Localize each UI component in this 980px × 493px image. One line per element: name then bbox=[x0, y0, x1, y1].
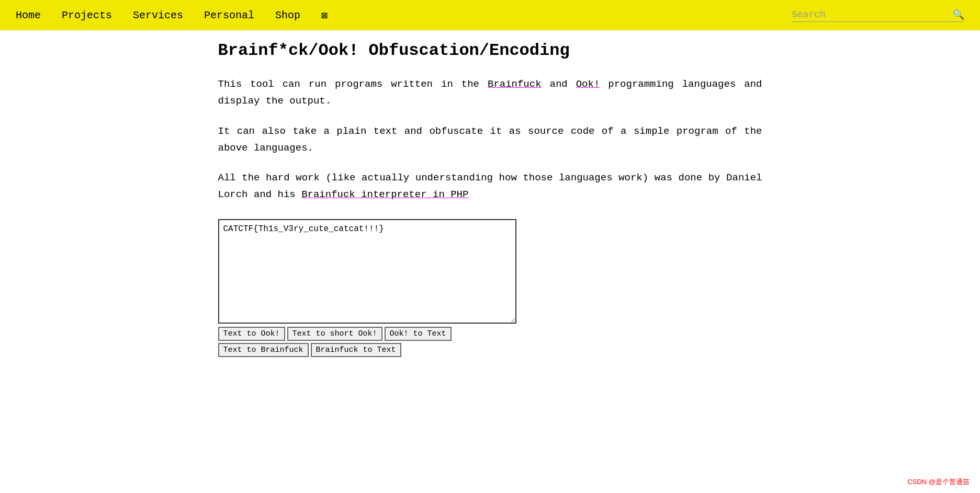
text-to-short-ook-button[interactable]: Text to short Ook! bbox=[287, 327, 382, 341]
ook-to-text-button[interactable]: Ook! to Text bbox=[385, 327, 452, 341]
nav-home[interactable]: Home bbox=[16, 9, 41, 21]
nav-links: Home Projects Services Personal Shop ⊠ bbox=[16, 9, 792, 22]
desc3-text-start: All the hard work (like actually underst… bbox=[218, 172, 762, 200]
page-title: Brainf*ck/Ook! Obfuscation/Encoding bbox=[218, 41, 762, 60]
description-1: This tool can run programs written in th… bbox=[218, 76, 762, 110]
description-3: All the hard work (like actually underst… bbox=[218, 169, 762, 203]
search-container: 🔍 bbox=[792, 9, 964, 22]
button-row-2: Text to Brainfuck Brainfuck to Text bbox=[218, 343, 762, 357]
tool-section: Text to Ook! Text to short Ook! Ook! to … bbox=[218, 219, 762, 357]
nav-icon[interactable]: ⊠ bbox=[321, 9, 328, 22]
search-icon[interactable]: 🔍 bbox=[953, 9, 964, 20]
navigation: Home Projects Services Personal Shop ⊠ 🔍 bbox=[0, 0, 980, 30]
main-content: Brainf*ck/Ook! Obfuscation/Encoding This… bbox=[202, 30, 778, 388]
nav-shop[interactable]: Shop bbox=[275, 9, 300, 21]
search-input[interactable] bbox=[792, 9, 949, 20]
brainfuck-link[interactable]: Brainfuck bbox=[488, 78, 542, 90]
text-to-ook-button[interactable]: Text to Ook! bbox=[218, 327, 285, 341]
button-row-1: Text to Ook! Text to short Ook! Ook! to … bbox=[218, 327, 762, 341]
desc1-text-start: This tool can run programs written in th… bbox=[218, 78, 488, 90]
code-textarea[interactable] bbox=[218, 219, 516, 324]
description-2: It can also take a plain text and obfusc… bbox=[218, 123, 762, 157]
text-to-brainfuck-button[interactable]: Text to Brainfuck bbox=[218, 343, 309, 357]
interpreter-link[interactable]: Brainfuck interpreter in PHP bbox=[301, 189, 468, 200]
nav-projects[interactable]: Projects bbox=[62, 9, 112, 21]
nav-personal[interactable]: Personal bbox=[204, 9, 254, 21]
ook-link[interactable]: Ook! bbox=[576, 78, 600, 90]
nav-services[interactable]: Services bbox=[133, 9, 183, 21]
brainfuck-to-text-button[interactable]: Brainfuck to Text bbox=[311, 343, 401, 357]
desc1-text-mid: and bbox=[542, 78, 576, 90]
